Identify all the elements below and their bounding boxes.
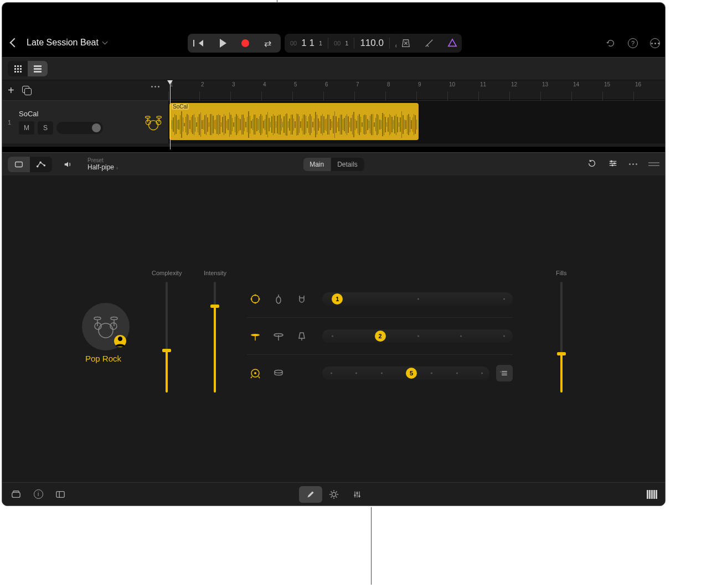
svg-point-27 [118,337,122,341]
hihat-button[interactable] [247,328,264,344]
lcd-beats: 1 [319,40,322,47]
metronome-button[interactable] [401,38,411,48]
svg-point-24 [111,317,117,320]
tab-main[interactable]: Main [303,158,331,171]
panels-button[interactable] [55,489,65,499]
svg-point-62 [358,495,360,497]
chevron-down-icon[interactable] [102,39,107,44]
ruler-bar: 9 [418,81,421,87]
svg-point-9 [146,116,151,117]
track-header-more[interactable] [151,86,159,87]
mode-icons [396,34,462,53]
lcd-display[interactable]: 00 1 1 1 00 1 110.0 4 / 4 C maj [285,34,414,53]
fills-label: Fills [556,270,567,276]
volume-slider[interactable] [56,122,103,134]
svg-point-60 [354,494,355,496]
pattern-slider[interactable]: 1 [322,292,513,306]
svg-point-23 [94,317,101,320]
play-button[interactable] [212,34,234,53]
svg-point-19 [611,164,613,167]
cycle-button[interactable]: ⇄ [256,34,279,53]
ruler-bar: 15 [604,81,610,87]
resize-handle[interactable] [648,162,659,166]
ruler-bar: 10 [449,81,455,87]
audio-region[interactable]: SoCal [169,103,419,140]
session-player-button[interactable] [447,38,457,48]
preset-name: Half-pipe [87,163,114,171]
preset-label: Preset [87,157,118,163]
back-button[interactable] [2,39,27,46]
pattern-value: 2 [375,331,386,342]
rewind-icon [199,40,203,47]
lcd-tempo: 110.0 [360,38,384,49]
automation-button[interactable] [30,157,52,172]
ruler-bar: 4 [263,81,266,87]
svg-rect-13 [16,162,23,167]
grid-icon [14,65,22,73]
svg-line-54 [336,496,337,497]
snare-button[interactable] [270,365,287,381]
kick-button[interactable] [247,365,264,381]
svg-point-31 [255,302,256,304]
keyboard-button[interactable] [647,490,657,499]
clap-button[interactable] [293,291,310,307]
ruler-bar: 6 [325,81,328,87]
svg-point-17 [611,161,613,163]
mute-button[interactable]: M [19,121,34,135]
timeline-ruler[interactable]: 12345678910111213141516 [168,80,665,100]
tambourine-button[interactable] [247,291,264,307]
pattern-slider[interactable]: 5 [322,367,489,380]
cowbell-button[interactable] [293,328,310,344]
lcd-sub: 1 [345,40,348,47]
chevron-left-icon [10,38,19,48]
shaker-button[interactable] [270,291,287,307]
complexity-slider[interactable] [166,282,168,393]
track-view-button[interactable] [28,61,48,76]
svg-point-18 [613,162,616,164]
brightness-button[interactable] [322,486,345,503]
grid-view-button[interactable] [8,61,28,76]
intensity-label: Intensity [204,270,226,276]
add-track-button[interactable]: + [8,84,14,97]
duplicate-track-button[interactable] [22,86,31,95]
settings-button[interactable] [608,158,618,170]
pattern-slider[interactable]: 2 [322,329,513,343]
playhead[interactable] [170,80,171,149]
drumkit-icon [144,113,163,132]
library-button[interactable] [11,489,21,499]
pattern-list-button[interactable] [496,365,513,381]
track-header[interactable]: 1 SoCal M S [2,100,168,143]
drummer-avatar[interactable] [82,303,130,350]
pencil-mode-button[interactable] [299,486,322,503]
ruler-bar: 11 [480,81,486,87]
svg-point-10 [157,116,162,117]
project-title[interactable]: Late Session Beat [27,38,99,48]
svg-point-6 [149,120,158,130]
solo-button[interactable]: S [38,121,53,135]
more-button[interactable] [649,38,661,49]
svg-point-32 [251,298,252,300]
ruler-bar: 16 [635,81,641,87]
rewind-button[interactable] [190,34,212,53]
preset-selector[interactable]: Preset Half-pipe ⬨ [87,157,118,171]
svg-line-42 [251,376,252,378]
tab-details[interactable]: Details [331,158,364,171]
editor-more-button[interactable] [629,163,637,165]
ride-button[interactable] [270,328,287,344]
info-button[interactable]: i [33,489,43,499]
refresh-button[interactable] [587,158,597,170]
fills-slider[interactable] [560,282,563,393]
mixer-button[interactable] [345,486,369,503]
region-inspector-button[interactable] [8,157,30,172]
editor-volume-button[interactable] [60,159,76,169]
pattern-value: 1 [332,293,343,305]
svg-point-15 [39,161,42,163]
undo-button[interactable] [605,38,616,49]
help-button[interactable]: ? [627,38,638,49]
tuner-button[interactable] [424,38,434,48]
svg-point-20 [99,323,113,338]
region-name: SoCal [172,104,189,110]
ruler-bar: 7 [356,81,359,87]
record-button[interactable] [234,34,256,53]
intensity-slider[interactable] [214,282,216,393]
